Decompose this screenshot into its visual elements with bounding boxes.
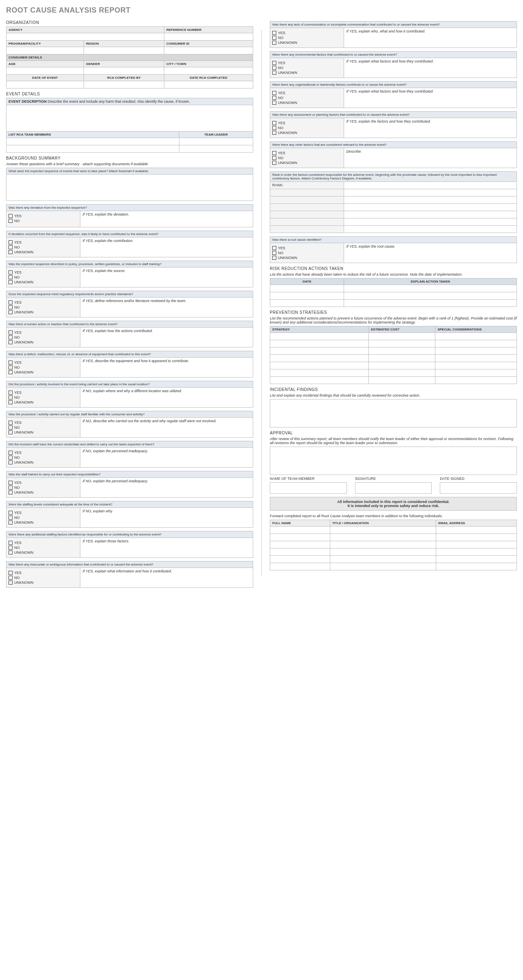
q8-unknown-option[interactable]: UNKNOWN <box>9 400 78 404</box>
q9-no-option[interactable]: NO <box>9 425 78 430</box>
inc-input[interactable] <box>270 399 517 427</box>
input-rank-6[interactable] <box>344 226 517 233</box>
rank-cell-4[interactable] <box>270 211 344 218</box>
risk-date-3[interactable] <box>270 300 344 307</box>
fwd-r3c2[interactable] <box>330 541 436 548</box>
prev-r7c2[interactable] <box>369 377 435 384</box>
prev-r6c2[interactable] <box>369 369 435 377</box>
q6-yes-option[interactable]: YES <box>9 330 78 335</box>
q14-unknown-option[interactable]: UNKNOWN <box>9 581 78 585</box>
fwd-r3c3[interactable] <box>436 541 517 548</box>
fwd-r6c2[interactable] <box>330 563 436 570</box>
q18-yes-option[interactable]: YES <box>272 121 342 125</box>
q5-unknown-option[interactable]: UNKNOWN <box>9 310 78 314</box>
input-date-rca[interactable] <box>164 81 253 89</box>
fwd-r1c2[interactable] <box>330 527 436 534</box>
input-leader-1[interactable] <box>179 138 253 145</box>
prev-r6c1[interactable] <box>270 369 369 377</box>
prev-r1c3[interactable] <box>435 333 517 340</box>
q2-no-option[interactable]: NO <box>9 219 78 223</box>
root-explain[interactable]: If YES, explain the root cause. <box>344 243 517 263</box>
risk-action-2[interactable] <box>344 292 517 300</box>
fwd-r2c2[interactable] <box>330 534 436 541</box>
prev-r4c2[interactable] <box>369 355 435 362</box>
sig-date-input[interactable] <box>440 482 517 494</box>
q7-yes-option[interactable]: YES <box>9 360 78 365</box>
prev-r5c1[interactable] <box>270 362 369 369</box>
prev-r2c2[interactable] <box>369 340 435 348</box>
fwd-r2c3[interactable] <box>436 534 517 541</box>
fwd-r5c1[interactable] <box>270 556 330 563</box>
q13-yes-option[interactable]: YES <box>9 541 78 545</box>
q7-explain[interactable]: If YES, describe the equipment and how i… <box>80 358 253 378</box>
q5-yes-option[interactable]: YES <box>9 300 78 304</box>
q11-no-option[interactable]: NO <box>9 486 78 490</box>
q9-yes-option[interactable]: YES <box>9 421 78 425</box>
q12-explain[interactable]: If NO, explain why. <box>80 508 253 528</box>
q4-yes-option[interactable]: YES <box>9 270 78 274</box>
q11-explain[interactable]: If NO, explain the perceived inadequacy. <box>80 478 253 498</box>
risk-action-1[interactable] <box>344 285 517 292</box>
q8-yes-option[interactable]: YES <box>9 391 78 395</box>
prev-r2c3[interactable] <box>435 340 517 348</box>
q4-explain[interactable]: If YES, explain the source. <box>80 268 253 287</box>
prev-r3c2[interactable] <box>369 348 435 355</box>
fwd-r2c1[interactable] <box>270 534 330 541</box>
input-rank-5[interactable] <box>344 218 517 226</box>
q17-yes-option[interactable]: YES <box>272 91 342 95</box>
prev-r7c3[interactable] <box>435 377 517 384</box>
q12-yes-option[interactable]: YES <box>9 511 78 515</box>
input-rca-by[interactable] <box>84 81 164 89</box>
q15-yes-option[interactable]: YES <box>272 31 342 35</box>
q11-yes-option[interactable]: YES <box>9 481 78 485</box>
input-consumer-id[interactable] <box>164 47 253 54</box>
q3-yes-option[interactable]: YES <box>9 240 78 244</box>
q10-explain[interactable]: If NO, explain the perceived inadequacy. <box>80 448 253 468</box>
q7-no-option[interactable]: NO <box>9 365 78 369</box>
input-rank-1[interactable] <box>344 189 517 196</box>
prev-r5c3[interactable] <box>435 362 517 369</box>
q19-explain[interactable]: Describe: <box>344 148 517 168</box>
q14-no-option[interactable]: NO <box>9 576 78 580</box>
fwd-r4c2[interactable] <box>330 548 436 556</box>
q18-explain[interactable]: If YES, explain the factors and how they… <box>344 118 517 138</box>
input-agency[interactable] <box>6 33 164 41</box>
input-age[interactable] <box>6 67 84 75</box>
rank-cell-1[interactable] <box>270 189 344 196</box>
risk-date-1[interactable] <box>270 285 344 292</box>
rank-cell-5[interactable] <box>270 218 344 226</box>
root-unknown-option[interactable]: UNKNOWN <box>272 256 342 260</box>
q3-explain[interactable]: If YES, explain the contribution. <box>80 237 253 257</box>
sig-sig-input[interactable] <box>355 482 432 494</box>
fwd-r5c3[interactable] <box>436 556 517 563</box>
q19-no-option[interactable]: NO <box>272 156 342 160</box>
q17-explain[interactable]: If YES, explain what factors and how the… <box>344 88 517 108</box>
app-input[interactable] <box>270 447 517 475</box>
q13-no-option[interactable]: NO <box>9 546 78 550</box>
risk-date-2[interactable] <box>270 292 344 300</box>
input-city[interactable] <box>164 67 253 75</box>
q4-unknown-option[interactable]: UNKNOWN <box>9 280 78 284</box>
rank-cell-6[interactable] <box>270 226 344 233</box>
input-bg-q1[interactable] <box>6 175 253 201</box>
q18-unknown-option[interactable]: UNKNOWN <box>272 131 342 135</box>
q16-explain[interactable]: If YES, explain what factors and how the… <box>344 58 517 78</box>
root-yes-option[interactable]: YES <box>272 246 342 250</box>
prev-r1c1[interactable] <box>270 333 369 340</box>
q9-unknown-option[interactable]: UNKNOWN <box>9 430 78 434</box>
q9-explain[interactable]: If NO, describe who carried out the acti… <box>80 418 253 438</box>
q7-unknown-option[interactable]: UNKNOWN <box>9 370 78 374</box>
q2-yes-option[interactable]: YES <box>9 214 78 218</box>
q19-unknown-option[interactable]: UNKNOWN <box>272 161 342 165</box>
input-rank-4[interactable] <box>344 211 517 218</box>
q13-unknown-option[interactable]: UNKNOWN <box>9 550 78 555</box>
prev-r7c1[interactable] <box>270 377 369 384</box>
input-rank-0[interactable] <box>344 182 517 189</box>
rank-cell-3[interactable] <box>270 204 344 211</box>
prev-r3c1[interactable] <box>270 348 369 355</box>
q6-unknown-option[interactable]: UNKNOWN <box>9 340 78 344</box>
input-gender[interactable] <box>84 67 164 75</box>
fwd-r6c1[interactable] <box>270 563 330 570</box>
q8-no-option[interactable]: NO <box>9 395 78 399</box>
prev-r1c2[interactable] <box>369 333 435 340</box>
